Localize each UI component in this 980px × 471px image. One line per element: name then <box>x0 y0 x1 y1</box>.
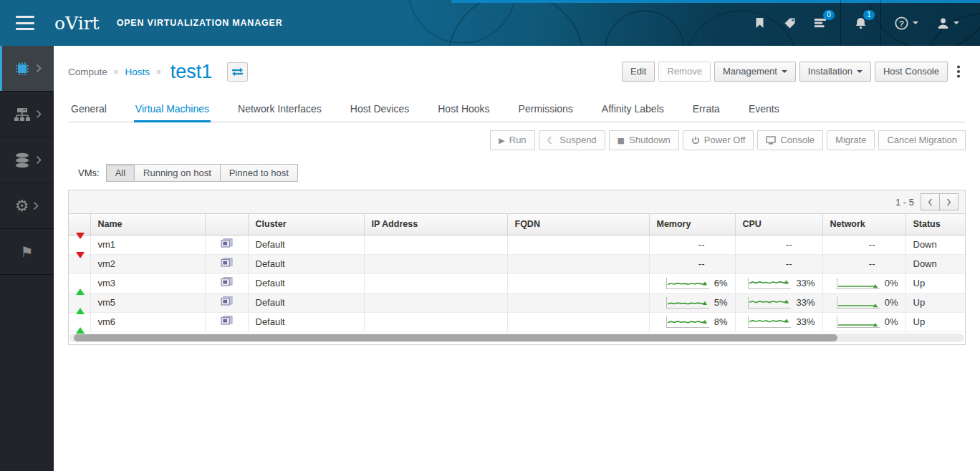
sidebar-item-administration[interactable]: ⚙ <box>0 183 54 229</box>
vm-table-row[interactable]: vm2 Default -- -- -- Down <box>69 254 965 273</box>
vm-name-cell[interactable]: vm2 <box>90 254 205 273</box>
breadcrumb-compute[interactable]: Compute <box>68 67 107 77</box>
tab-affinity-labels[interactable]: Affinity Labels <box>600 99 666 122</box>
console-cell[interactable] <box>205 312 248 331</box>
tab-host-devices[interactable]: Host Devices <box>349 99 410 122</box>
ip-address-cell <box>364 273 507 293</box>
hamburger-menu-icon[interactable] <box>16 16 34 30</box>
ip-address-cell <box>364 254 507 273</box>
flag-icon: ⚑ <box>21 245 34 259</box>
vm-table-row[interactable]: vm6 Default 8% 33% 0% Up <box>69 312 965 331</box>
cancel-migration-button[interactable]: Cancel Migration <box>878 130 966 150</box>
management-dropdown-button[interactable]: Management <box>714 62 796 82</box>
tab-host-hooks[interactable]: Host Hooks <box>436 99 491 122</box>
chevron-right-icon <box>948 199 951 205</box>
tab-events[interactable]: Events <box>747 99 781 122</box>
col-status[interactable]: Status <box>905 214 965 235</box>
network-cell: 0% <box>822 293 905 312</box>
filter-running-on-host-button[interactable]: Running on host <box>134 164 221 182</box>
filter-all-button[interactable]: All <box>106 164 135 182</box>
sidebar-item-storage[interactable] <box>0 137 54 183</box>
run-button[interactable]: ▶ Run <box>490 130 534 150</box>
vm-name-cell[interactable]: vm1 <box>90 235 205 254</box>
user-menu-button[interactable] <box>928 0 969 46</box>
vm-table-row[interactable]: vm3 Default 6% 33% 0% Up <box>69 273 965 293</box>
chevron-down-icon <box>782 70 787 73</box>
console-cell[interactable] <box>205 235 248 254</box>
breadcrumb-hosts-link[interactable]: Hosts <box>125 67 150 77</box>
col-console <box>205 214 248 235</box>
next-page-button[interactable] <box>939 193 959 210</box>
help-menu-button[interactable]: ? <box>885 0 928 46</box>
memory-percent-label: 8% <box>714 316 728 327</box>
kebab-menu-button[interactable] <box>951 64 966 79</box>
col-cluster[interactable]: Cluster <box>248 214 364 235</box>
vm-name-cell[interactable]: vm6 <box>90 312 205 331</box>
network-value: -- <box>869 258 898 269</box>
vm-table-row[interactable]: vm5 Default 5% 33% 0% Up <box>69 293 965 312</box>
console-cell[interactable] <box>205 273 248 293</box>
sidebar-item-network[interactable] <box>0 92 54 137</box>
notifications-button[interactable]: 1 <box>845 0 876 46</box>
status-cell: Up <box>905 273 965 293</box>
svg-text:?: ? <box>899 19 904 27</box>
col-name[interactable]: Name <box>90 214 205 235</box>
previous-page-button[interactable] <box>921 193 940 210</box>
memory-cell: 8% <box>649 312 735 331</box>
network-percent-label: 0% <box>885 316 898 327</box>
col-cpu[interactable]: CPU <box>735 214 822 235</box>
cpu-percent-label: 33% <box>796 278 815 288</box>
host-compare-button[interactable] <box>227 62 248 82</box>
suspend-button[interactable]: ☾ Suspend <box>539 130 605 150</box>
tasks-button[interactable]: 0 <box>805 0 836 46</box>
installation-label: Installation <box>808 65 852 78</box>
chevron-down-icon <box>913 21 918 24</box>
memory-sparkline-chart <box>666 278 709 289</box>
vm-console-icon <box>221 238 233 249</box>
sidebar-item-events[interactable]: ⚑ <box>0 229 54 275</box>
tab-errata[interactable]: Errata <box>691 99 721 122</box>
tab-virtual-machines[interactable]: Virtual Machines <box>134 99 211 122</box>
tags-button[interactable] <box>774 0 805 46</box>
fqdn-cell <box>507 254 649 273</box>
migrate-button[interactable]: Migrate <box>827 130 875 150</box>
bookmarks-button[interactable] <box>745 0 774 46</box>
remove-button[interactable]: Remove <box>658 62 710 82</box>
fqdn-cell <box>507 293 649 312</box>
exchange-arrows-icon <box>231 67 244 77</box>
filter-pinned-to-host-button[interactable]: Pinned to host <box>220 164 298 182</box>
fqdn-cell <box>507 273 649 293</box>
host-console-button[interactable]: Host Console <box>875 62 948 82</box>
vm-console-icon <box>221 277 233 288</box>
cpu-cell: -- <box>735 254 822 273</box>
vms-filter-label: VMs: <box>78 167 100 178</box>
power-off-button[interactable]: Power Off <box>683 130 754 150</box>
sidebar-item-compute[interactable] <box>0 46 54 92</box>
user-icon <box>937 17 949 29</box>
vm-table-row[interactable]: vm1 Default -- -- -- Down <box>69 235 965 254</box>
tab-permissions[interactable]: Permissions <box>517 99 575 122</box>
console-cell[interactable] <box>205 254 248 273</box>
console-cell[interactable] <box>205 293 248 312</box>
col-network[interactable]: Network <box>822 214 905 235</box>
col-memory[interactable]: Memory <box>649 214 735 235</box>
vms-filter-row: VMs: All Running on host Pinned to host <box>68 164 966 182</box>
tab-general[interactable]: General <box>69 99 108 122</box>
vm-name-cell[interactable]: vm5 <box>90 293 205 312</box>
ip-address-cell <box>364 312 507 331</box>
status-up-arrow-icon <box>76 316 85 334</box>
shutdown-button[interactable]: ■ Shutdown <box>609 130 679 150</box>
col-ip-address[interactable]: IP Address <box>364 214 507 235</box>
tab-network-interfaces[interactable]: Network Interfaces <box>236 99 323 122</box>
col-fqdn[interactable]: FQDN <box>507 214 649 235</box>
horizontal-scrollbar-thumb[interactable] <box>74 334 837 341</box>
vm-name-cell[interactable]: vm3 <box>90 273 205 293</box>
edit-button[interactable]: Edit <box>622 62 655 82</box>
horizontal-scrollbar-track[interactable] <box>69 334 964 342</box>
table-header-row: Name Cluster IP Address FQDN Memory CPU … <box>69 214 965 235</box>
installation-dropdown-button[interactable]: Installation <box>799 62 871 82</box>
suspend-label: Suspend <box>559 134 596 147</box>
chevron-left-icon <box>929 199 932 205</box>
memory-value: -- <box>698 258 728 269</box>
console-button[interactable]: Console <box>757 130 823 150</box>
